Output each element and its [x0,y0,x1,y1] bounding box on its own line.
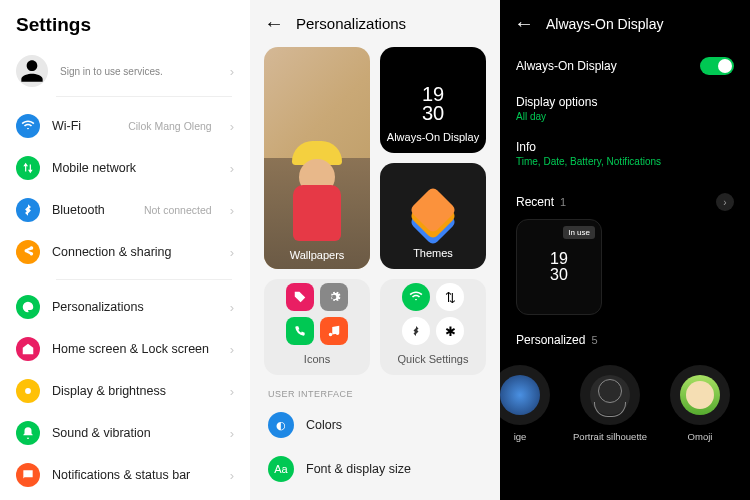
icons-preview [264,279,370,345]
in-use-badge: In use [563,226,595,239]
row-label: Display & brightness [52,384,212,398]
chevron-right-icon: › [230,161,234,176]
avatar-label: Portrait silhouette [573,431,647,442]
aod-clock: 19 30 [422,85,444,123]
themes-card[interactable]: Themes [380,163,486,269]
avatar-option[interactable]: Omoji [660,365,740,442]
chevron-right-icon: › [230,119,234,134]
settings-row[interactable]: Personalizations› [0,286,250,328]
row-label: Bluetooth [52,203,132,217]
ui-row[interactable]: AaFont & display size [250,447,500,491]
settings-row[interactable]: Wi-FiCilok Mang Oleng› [0,105,250,147]
avatar-gem-icon [500,365,550,425]
bt-icon [16,198,40,222]
row-value: Cilok Mang Oleng [128,120,211,132]
row-label: Colors [306,418,342,432]
chevron-right-icon: › [230,342,234,357]
wallpaper-preview [264,47,370,269]
settings-panel: Settings Sign in to use services. › Wi-F… [0,0,250,500]
page-title: Settings [0,0,250,46]
aod-panel: ← Always-On Display Always-On Display Di… [500,0,750,500]
row-label: Connection & sharing [52,245,212,259]
chevron-right-icon: › [230,426,234,441]
avatar-omoji-icon [670,365,730,425]
row-label: Sound & vibration [52,426,212,440]
info-value: Time, Date, Battery, Notifications [500,156,750,175]
row-label: Notifications & status bar [52,468,212,482]
account-subtext: Sign in to use services. [60,66,212,77]
ui-row[interactable]: ◐Colors [250,403,500,447]
section-header: USER INTERFACE [250,375,500,403]
row-label: Wi-Fi [52,119,116,133]
bell-icon [16,421,40,445]
display-options-row[interactable]: Display options [500,85,750,111]
card-label: Icons [304,345,330,375]
qs-preview: ⇅ ✱ [380,279,486,345]
back-icon[interactable]: ← [514,12,534,35]
updown-icon [16,156,40,180]
aod-toggle-row[interactable]: Always-On Display [500,47,750,85]
display-options-value: All day [500,111,750,130]
avatar-option[interactable]: Portrait silhouette [570,365,650,442]
settings-row[interactable]: Home screen & Lock screen› [0,328,250,370]
aod-preview-card[interactable]: In use 19 30 [516,219,602,315]
themes-icon [411,195,455,239]
settings-row[interactable]: Notifications & status bar› [0,454,250,496]
personalized-header: Personalized 5 [500,315,750,355]
sun-icon [16,379,40,403]
row-icon: ◐ [268,412,294,438]
quick-settings-card[interactable]: ⇅ ✱ Quick Settings [380,279,486,375]
icons-card[interactable]: Icons [264,279,370,375]
notif-icon [16,463,40,487]
row-icon: Aa [268,456,294,482]
paint-icon [16,295,40,319]
share-icon [16,240,40,264]
wifi-icon [16,114,40,138]
row-label: Home screen & Lock screen [52,342,212,356]
avatar-label: ige [514,431,527,442]
settings-row[interactable]: Display & brightness› [0,370,250,412]
divider [56,96,232,97]
row-value: Not connected [144,204,212,216]
row-label: Personalizations [52,300,212,314]
settings-row[interactable]: Sound & vibration› [0,412,250,454]
toggle-on-icon[interactable] [700,57,734,75]
row-label: Font & display size [306,462,411,476]
back-icon[interactable]: ← [264,12,284,35]
header: ← Always-On Display [500,0,750,47]
home-icon [16,337,40,361]
user-avatar-icon [16,55,48,87]
card-label: Always-On Display [387,123,479,153]
settings-row[interactable]: Connection & sharing› [0,231,250,273]
avatar-label: Omoji [688,431,713,442]
chevron-right-icon: › [230,468,234,483]
card-label: Wallpapers [264,249,370,261]
wallpapers-card[interactable]: Wallpapers [264,47,370,269]
avatar-option[interactable]: ige [500,365,560,442]
chevron-right-icon: › [230,64,234,79]
chevron-right-icon: › [230,300,234,315]
settings-row[interactable]: BluetoothNot connected› [0,189,250,231]
page-title: Personalizations [296,15,406,32]
page-title: Always-On Display [546,16,663,32]
aod-card[interactable]: 19 30 Always-On Display [380,47,486,153]
divider [56,279,232,280]
chevron-right-icon[interactable]: › [716,193,734,211]
account-row[interactable]: Sign in to use services. › [0,46,250,96]
avatar-port-icon [580,365,640,425]
chevron-right-icon: › [230,384,234,399]
chevron-right-icon: › [230,245,234,260]
card-label: Quick Settings [398,345,469,375]
personalizations-panel: ← Personalizations Wallpapers 19 30 Alwa… [250,0,500,500]
row-label: Mobile network [52,161,212,175]
recent-header: Recent 1 › [500,175,750,219]
info-row[interactable]: Info [500,130,750,156]
header: ← Personalizations [250,0,500,47]
settings-row[interactable]: Mobile network› [0,147,250,189]
chevron-right-icon: › [230,203,234,218]
